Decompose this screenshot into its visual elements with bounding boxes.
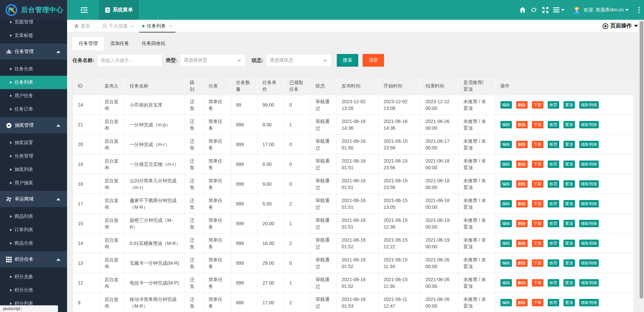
sidebar-item-任务列表[interactable]: 任务列表 <box>0 76 67 89</box>
sidebar-item-用户抽奖[interactable]: 用户抽奖 <box>0 176 67 190</box>
panel-tab-任务回收站[interactable]: 任务回收站 <box>136 37 172 50</box>
row-action-下架[interactable]: 下架 <box>532 259 543 267</box>
sidebar-item-用户任务[interactable]: 用户任务 <box>0 89 67 103</box>
sidebar-group-抽奖管理[interactable]: 抽奖管理 <box>0 117 67 133</box>
row-action-置顶[interactable]: 置顶 <box>564 180 575 188</box>
home-icon[interactable] <box>517 0 528 20</box>
row-action-领取明细[interactable]: 领取明细 <box>579 299 599 306</box>
tab-任务列表[interactable]: 任务列表× <box>139 20 176 32</box>
row-action-删除[interactable]: 删除 <box>516 101 528 109</box>
row-action-下架[interactable]: 下架 <box>532 141 543 148</box>
row-action-删除[interactable]: 删除 <box>516 279 528 287</box>
sidebar-item-积分分类[interactable]: 积分分类 <box>0 284 67 297</box>
row-action-下架[interactable]: 下架 <box>532 240 543 247</box>
row-action-置顶[interactable]: 置顶 <box>564 259 575 267</box>
sidebar-item-商品列表[interactable]: 商品列表 <box>0 210 67 223</box>
scrollbar-thumb[interactable] <box>640 21 643 299</box>
row-action-领取明细[interactable]: 领取明细 <box>579 220 599 227</box>
panel-tab-任务管理[interactable]: 任务管理 <box>72 37 104 50</box>
row-action-删除[interactable]: 删除 <box>516 200 528 207</box>
row-action-编辑[interactable]: 编辑 <box>500 121 512 128</box>
row-action-编辑[interactable]: 编辑 <box>500 141 512 148</box>
row-action-删除[interactable]: 删除 <box>516 180 528 188</box>
row-action-编辑[interactable]: 编辑 <box>500 161 512 168</box>
menu-fold-icon[interactable] <box>76 0 92 20</box>
row-action-删除[interactable]: 删除 <box>516 161 528 168</box>
row-action-编辑[interactable]: 编辑 <box>500 200 512 207</box>
panel-tab-添加任务[interactable]: 添加任务 <box>104 37 136 50</box>
row-action-编辑[interactable]: 编辑 <box>500 180 512 188</box>
row-action-下架[interactable]: 下架 <box>532 180 543 188</box>
row-action-置顶[interactable]: 置顶 <box>564 220 575 227</box>
row-action-删除[interactable]: 删除 <box>516 141 528 148</box>
row-action-置顶[interactable]: 置顶 <box>564 200 575 207</box>
row-action-编辑[interactable]: 编辑 <box>500 299 512 306</box>
row-action-领取明细[interactable]: 领取明细 <box>579 279 599 287</box>
row-action-推荐[interactable]: 推荐 <box>548 200 559 207</box>
row-action-删除[interactable]: 删除 <box>516 259 528 267</box>
topnav-system-menu[interactable]: 系统菜单 <box>99 0 139 20</box>
row-action-编辑[interactable]: 编辑 <box>500 279 512 287</box>
row-action-推荐[interactable]: 推荐 <box>548 259 559 267</box>
row-action-领取明细[interactable]: 领取明细 <box>579 161 599 168</box>
sidebar-group-积分任务[interactable]: 积分任务 <box>0 251 67 267</box>
close-icon[interactable]: × <box>169 23 172 29</box>
row-action-领取明细[interactable]: 领取明细 <box>579 259 599 267</box>
row-action-推荐[interactable]: 推荐 <box>548 220 559 227</box>
row-action-推荐[interactable]: 推荐 <box>548 279 559 287</box>
row-action-推荐[interactable]: 推荐 <box>548 141 559 148</box>
close-icon[interactable]: × <box>131 23 134 29</box>
page-actions-dropdown[interactable]: 页面操作 <box>601 20 639 32</box>
row-action-置顶[interactable]: 置顶 <box>564 279 575 287</box>
sidebar-item-分类管理[interactable]: 分类管理 <box>0 149 67 163</box>
sidebar-item-文章标签[interactable]: 文章标签 <box>0 29 67 42</box>
row-action-下架[interactable]: 下架 <box>532 279 543 287</box>
row-action-领取明细[interactable]: 领取明细 <box>579 180 599 188</box>
row-action-领取明细[interactable]: 领取明细 <box>579 240 599 247</box>
row-action-领取明细[interactable]: 领取明细 <box>579 121 599 128</box>
row-action-推荐[interactable]: 推荐 <box>548 180 559 188</box>
tab-个人信息[interactable]: 个人信息× <box>97 20 139 32</box>
row-action-推荐[interactable]: 推荐 <box>548 161 559 168</box>
tab-首页[interactable]: 首页 <box>67 20 97 32</box>
row-action-下架[interactable]: 下架 <box>532 101 543 109</box>
sidebar-item-页面管理[interactable]: 页面管理 <box>0 20 67 29</box>
vertical-scrollbar[interactable] <box>639 20 644 312</box>
row-action-推荐[interactable]: 推荐 <box>548 121 559 128</box>
row-action-下架[interactable]: 下架 <box>532 299 543 306</box>
type-select[interactable]: 请选择类型 <box>180 54 246 67</box>
row-action-领取明细[interactable]: 领取明细 <box>579 101 599 109</box>
row-action-编辑[interactable]: 编辑 <box>500 240 512 247</box>
row-action-编辑[interactable]: 编辑 <box>500 220 512 227</box>
fullscreen-icon[interactable] <box>540 0 551 20</box>
row-action-删除[interactable]: 删除 <box>516 121 528 128</box>
row-action-删除[interactable]: 删除 <box>516 220 528 227</box>
sidebar-item-抽奖设置[interactable]: 抽奖设置 <box>0 136 67 149</box>
hamburger-icon[interactable] <box>551 0 568 20</box>
user-menu[interactable]: 欢迎, 资源库i4m.cn <box>573 6 629 14</box>
task-name-input[interactable] <box>97 54 162 67</box>
row-action-置顶[interactable]: 置顶 <box>564 299 575 306</box>
row-action-删除[interactable]: 删除 <box>516 240 528 247</box>
sidebar-item-抽奖列表[interactable]: 抽奖列表 <box>0 163 67 176</box>
sidebar-item-商品分类[interactable]: 商品分类 <box>0 237 67 250</box>
status-select[interactable]: 请选择状态 <box>266 54 331 67</box>
kebab-menu-icon[interactable] <box>634 0 644 20</box>
row-action-下架[interactable]: 下架 <box>532 220 543 227</box>
clear-button[interactable]: 清空 <box>363 54 384 67</box>
row-action-置顶[interactable]: 置顶 <box>564 141 575 148</box>
row-action-删除[interactable]: 删除 <box>516 299 528 306</box>
sidebar-item-订单列表[interactable]: 订单列表 <box>0 223 67 237</box>
row-action-推荐[interactable]: 推荐 <box>548 240 559 247</box>
sidebar-item-任务订单[interactable]: 任务订单 <box>0 103 67 116</box>
row-action-推荐[interactable]: 推荐 <box>548 299 559 306</box>
row-action-推荐[interactable]: 推荐 <box>548 101 559 109</box>
search-button[interactable]: 搜索 <box>337 54 358 67</box>
row-action-下架[interactable]: 下架 <box>532 161 543 168</box>
row-action-编辑[interactable]: 编辑 <box>500 101 512 109</box>
refresh-icon[interactable] <box>528 0 540 20</box>
sidebar-item-任务分类[interactable]: 任务分类 <box>0 62 67 76</box>
row-action-置顶[interactable]: 置顶 <box>564 161 575 168</box>
row-action-领取明细[interactable]: 领取明细 <box>579 200 599 207</box>
sidebar-item-积分兑换[interactable]: 积分兑换 <box>0 270 67 284</box>
